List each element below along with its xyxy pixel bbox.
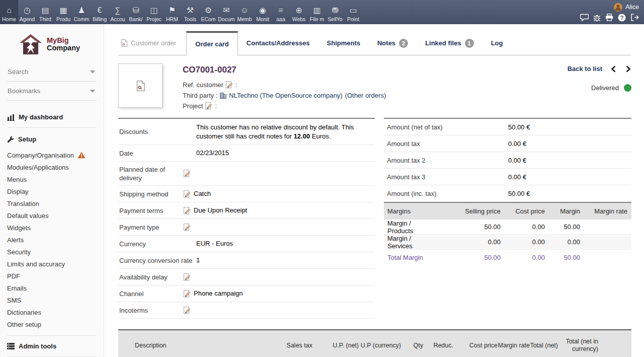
hrm-icon: ⚑ (169, 6, 176, 16)
menu-point-of-sale[interactable]: ▭Point (344, 0, 362, 24)
field-shipping-method: Shipping method Catch (118, 186, 375, 202)
tab-shipments[interactable]: Shipments (318, 31, 369, 55)
field-payment-type: Payment type (118, 219, 375, 236)
menu-projects[interactable]: ◫Projec (145, 0, 163, 24)
menu-website[interactable]: ⊕Webs (290, 0, 308, 24)
menu-aaa[interactable]: ≡aaa (272, 0, 290, 24)
sidebar-item-dashboard[interactable]: My dashboard (7, 106, 97, 128)
document-icon (121, 39, 127, 47)
tab-notes[interactable]: Notes2 (369, 31, 417, 55)
menu-accountancy[interactable]: ∑Accou (109, 0, 127, 24)
sidebar-item-security[interactable]: Security (7, 246, 97, 258)
back-to-list-link[interactable]: Back to list (568, 65, 602, 73)
menu-home[interactable]: ⌂Home (0, 0, 18, 24)
sidebar-item-widgets[interactable]: Widgets (7, 222, 97, 234)
tab-order-card[interactable]: Order card (186, 31, 237, 55)
tab-log[interactable]: Log (482, 31, 512, 55)
other-orders-link[interactable]: (Other orders) (345, 92, 386, 99)
projects-icon: ◫ (150, 6, 157, 16)
edit-icon[interactable] (184, 190, 191, 198)
edit-icon[interactable] (184, 207, 191, 215)
tabs-bar: Customer order Order card Contacts/Addre… (118, 31, 631, 55)
company-logo-icon (19, 33, 42, 55)
edit-icon[interactable] (184, 224, 191, 231)
menu-sellyoursaas[interactable]: ⛃SellYo (326, 0, 344, 24)
tab-customer-order: Customer order (118, 31, 186, 55)
menu-file-manager[interactable]: ▥File m (308, 0, 326, 24)
amount-tax2-row: Amount tax 20.00 € (384, 152, 631, 169)
edit-icon[interactable] (184, 170, 191, 177)
sidebar-item-sms[interactable]: SMS (7, 294, 97, 306)
total-margin-link[interactable]: Total Margin (384, 254, 436, 261)
products-icon: ▦ (59, 6, 67, 16)
topbar-user-area: Alice ? (580, 0, 644, 24)
sidebar-item-other-setup[interactable]: Other setup (7, 318, 97, 330)
margin-services-row: Margin / Services 0.00 0.00 0.00 (384, 235, 631, 250)
sidebar-section-setup[interactable]: Setup (7, 128, 97, 146)
order-lines-header: Description Sales tax U.P. (net) U.P (cu… (118, 329, 631, 357)
field-discounts: Discounts This customer has no relative … (118, 119, 375, 145)
chat-icon[interactable] (580, 14, 589, 21)
menu-third-parties[interactable]: ▤Third (36, 0, 54, 24)
next-record-icon[interactable] (625, 65, 631, 73)
menu-tools[interactable]: ⚒Tools (181, 0, 199, 24)
menu-bank[interactable]: ⛁Bank/ (127, 0, 145, 24)
tab-linked-files[interactable]: Linked files1 (417, 31, 482, 55)
menu-billing[interactable]: €Billing (91, 0, 109, 24)
ref-customer-line: Ref. customer : (183, 80, 386, 90)
amount-inc-tax-row: Amount (inc. tax)50.00 € (384, 185, 631, 202)
setup-menu: Company/Organisation Modules/Application… (7, 146, 97, 336)
help-icon[interactable]: ? (618, 14, 626, 22)
edit-icon[interactable] (184, 307, 191, 314)
sellyoursaas-icon: ⛃ (332, 6, 338, 16)
top-menu-bar: ⌂Home ◷Agend ▤Third ▦Produ ♟Comm €Billin… (0, 0, 644, 24)
menu-agenda[interactable]: ◷Agend (18, 0, 36, 24)
sidebar-item-pdf[interactable]: PDF (7, 270, 97, 282)
tab-contacts-addresses[interactable]: Contacts/Addresses (238, 31, 318, 55)
company-logo[interactable]: MyBig Company (0, 29, 104, 58)
menu-members[interactable]: ☺Memb (235, 0, 254, 24)
edit-icon[interactable] (184, 273, 191, 281)
menu-hrm[interactable]: ⚑HRM (163, 0, 181, 24)
search-dropdown[interactable]: Search (7, 62, 97, 82)
commercial-icon: ♟ (78, 6, 85, 16)
bookmarks-dropdown[interactable]: Bookmarks (7, 82, 97, 101)
field-incoterms: Incoterms (118, 302, 375, 319)
sidebar-item-limits-accuracy[interactable]: Limits and accuracy (7, 258, 97, 270)
sidebar-item-menus[interactable]: Menus (7, 173, 97, 185)
third-party-link[interactable]: NLTechno (The OpenSource company) (229, 92, 342, 99)
sidebar-section-admin-tools[interactable]: Admin tools (7, 336, 97, 357)
project-line: Project : (183, 101, 386, 111)
sidebar-item-translation[interactable]: Translation (7, 197, 97, 209)
bookmarks-label: Bookmarks (8, 87, 40, 95)
third-parties-icon: ▤ (41, 6, 49, 16)
sidebar-item-modules-applications[interactable]: Modules/Applications (7, 161, 97, 173)
sidebar-item-alerts[interactable]: Alerts (7, 234, 97, 246)
edit-icon[interactable] (205, 102, 212, 110)
sidebar-item-emails[interactable]: Emails (7, 282, 97, 294)
margin-products-row: Margin / Products 50.00 0.00 50.00 (384, 220, 631, 235)
sidebar-item-dictionaries[interactable]: Dictionaries (7, 306, 97, 318)
edit-icon[interactable] (226, 81, 233, 89)
ecommerce-icon: ⚙ (205, 6, 212, 16)
sidebar-item-company-organisation[interactable]: Company/Organisation (7, 149, 97, 161)
menu-ecommerce[interactable]: ⚙ECom (199, 0, 217, 24)
menu-documents[interactable]: ✉Docum (217, 0, 235, 24)
sidebar-item-display[interactable]: Display (7, 185, 97, 197)
third-party-line: Third party : NLTechno (The OpenSource c… (183, 90, 386, 101)
menu-commercial[interactable]: ♟Comm (72, 0, 91, 24)
logout-icon[interactable] (630, 14, 639, 21)
file-manager-icon: ▥ (313, 6, 320, 16)
bug-icon[interactable] (593, 14, 601, 22)
warning-icon (77, 152, 86, 159)
document-preview-thumbnail[interactable] (118, 63, 163, 108)
edit-icon[interactable] (184, 290, 191, 298)
menu-monitoring[interactable]: ◉Monit (254, 0, 272, 24)
top-menu-items: ⌂Home ◷Agend ▤Third ▦Produ ♟Comm €Billin… (0, 0, 362, 24)
previous-record-icon[interactable] (610, 65, 617, 73)
total-margin-row: Total Margin 50.00 0.00 50.00 (384, 250, 631, 265)
sidebar-item-default-values[interactable]: Default values (7, 209, 97, 222)
user-menu[interactable]: Alice (614, 3, 639, 12)
menu-products[interactable]: ▦Produ (54, 0, 72, 24)
printer-icon[interactable] (605, 14, 613, 21)
